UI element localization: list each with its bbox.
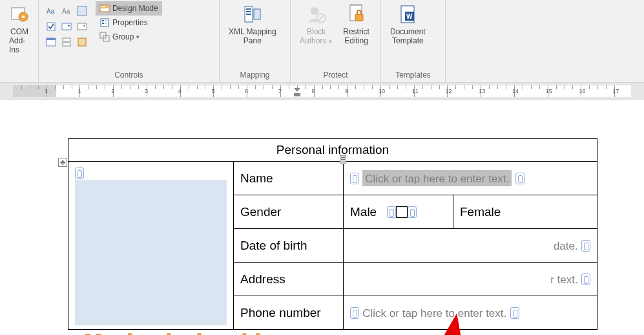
block-authors-button: Block Authors▼	[295, 1, 338, 69]
content-control-tag-end	[408, 206, 417, 218]
female-label: Female	[460, 205, 501, 219]
personal-info-table: Personal information Name Click or tap h…	[68, 138, 597, 330]
group-controls-label: Controls	[43, 69, 215, 82]
svg-text:W: W	[406, 13, 413, 20]
content-control-tag-start	[75, 168, 84, 179]
date-control-icon[interactable]	[44, 35, 58, 49]
restrict-editing-icon	[346, 4, 367, 25]
svg-marker-35	[294, 88, 300, 92]
svg-point-2	[22, 16, 25, 18]
content-control-tag-end	[581, 240, 590, 252]
gender-male-cell[interactable]: Male	[344, 195, 453, 229]
table-move-handle[interactable]: ✥	[58, 158, 67, 167]
svg-rect-26	[254, 9, 260, 19]
svg-rect-17	[102, 23, 104, 24]
svg-rect-24	[246, 11, 251, 12]
chevron-down-icon: ▼	[327, 39, 333, 45]
table-title-cell[interactable]: Personal information	[68, 139, 597, 162]
male-checkbox[interactable]	[396, 206, 408, 218]
svg-rect-31	[355, 14, 363, 21]
properties-button[interactable]: Properties	[96, 16, 162, 30]
xml-label2: Pane	[244, 36, 262, 45]
group-protect-label: Protect	[295, 69, 377, 82]
dob-field-cell[interactable]: date.	[344, 229, 597, 263]
group-button[interactable]: Group ▼	[96, 30, 162, 44]
name-field-cell[interactable]: Click or tap here to enter text.	[344, 162, 597, 195]
group-addins: COM Add-Ins	[0, 0, 39, 82]
plain-text-control-icon[interactable]: Aa	[59, 4, 74, 18]
male-label: Male	[350, 205, 377, 219]
design-mode-label: Design Mode	[112, 4, 158, 13]
svg-rect-25	[246, 14, 251, 15]
svg-rect-8	[78, 23, 87, 30]
checkbox-control-icon[interactable]	[44, 19, 58, 34]
rich-text-control-icon[interactable]: Aa	[44, 4, 58, 18]
block-label1: Block	[307, 27, 326, 36]
repeating-control-icon[interactable]	[59, 35, 74, 49]
com-addins-button[interactable]: COM Add-Ins	[4, 1, 35, 69]
image-cell[interactable]	[68, 162, 234, 330]
svg-rect-16	[102, 20, 104, 21]
svg-rect-10	[47, 38, 56, 40]
gear-addin-icon	[9, 4, 30, 25]
picture-content-control[interactable]	[75, 180, 227, 325]
horizontal-ruler[interactable]: 11234567891011121314151617	[13, 85, 631, 97]
phone-label[interactable]: Phone number	[234, 296, 344, 330]
callout-shape[interactable]: Add caption	[355, 332, 549, 335]
group-templates-label: Templates	[385, 69, 441, 82]
svg-text:Aa: Aa	[47, 8, 55, 15]
com-addins-label1: COM	[10, 27, 28, 36]
xml-mapping-icon	[242, 4, 263, 25]
group-controls: Aa Aa Design Mode Properties	[39, 0, 220, 82]
document-area: ✥ Personal information Name Click or tap…	[0, 100, 644, 330]
document-page: ✥ Personal information Name Click or tap…	[19, 138, 601, 330]
name-label[interactable]: Name	[234, 162, 344, 195]
dob-label[interactable]: Date of birth	[234, 229, 344, 263]
address-field-cell[interactable]: r text.	[344, 263, 597, 296]
svg-rect-11	[63, 38, 70, 41]
restrict-label1: Restrict	[343, 27, 369, 36]
dropdown-control-icon[interactable]	[75, 19, 89, 34]
watermark-text: Mechanicalengblog.com	[84, 329, 339, 335]
content-control-tag-start	[350, 173, 359, 184]
xml-mapping-button[interactable]: XML Mapping Pane	[223, 1, 282, 69]
group-label: Group	[112, 32, 134, 41]
svg-rect-13	[78, 38, 86, 46]
svg-rect-12	[63, 43, 70, 46]
content-control-tag-end	[515, 173, 525, 184]
address-label[interactable]: Address	[234, 263, 344, 296]
content-control-gallery: Aa Aa	[44, 4, 89, 69]
group-addins-label	[4, 69, 34, 82]
gender-label[interactable]: Gender	[234, 195, 344, 229]
content-control-tag-start	[350, 307, 359, 319]
design-mode-button[interactable]: Design Mode	[96, 1, 162, 16]
ribbon: COM Add-Ins Aa Aa Design Mode	[0, 0, 644, 83]
template-label1: Document	[390, 27, 426, 36]
ruler-area: 11234567891011121314151617	[0, 83, 644, 100]
gender-female-cell[interactable]: Female	[453, 195, 597, 229]
svg-text:Aa: Aa	[62, 8, 70, 15]
combo-control-icon[interactable]	[59, 19, 74, 34]
svg-rect-7	[62, 23, 71, 30]
column-grip-icon[interactable]	[340, 155, 346, 164]
svg-rect-19	[105, 23, 107, 24]
chevron-down-icon: ▼	[135, 34, 140, 40]
legacy-tools-icon[interactable]	[75, 35, 89, 49]
phone-placeholder[interactable]: Click or tap here to enter text.	[362, 307, 506, 319]
phone-field-cell[interactable]: Click or tap here to enter text.	[344, 296, 597, 330]
restrict-label2: Editing	[344, 36, 368, 45]
template-label2: Template	[392, 36, 424, 45]
content-control-tag-end	[510, 307, 519, 319]
content-control-tag-end	[581, 274, 590, 285]
dob-placeholder[interactable]: date.	[554, 240, 578, 252]
group-icon	[99, 32, 110, 42]
document-template-button[interactable]: W Document Template	[385, 1, 431, 69]
picture-control-icon[interactable]	[75, 4, 89, 18]
svg-line-29	[318, 15, 324, 21]
svg-rect-18	[105, 20, 107, 21]
group-templates: W Document Template Templates	[381, 0, 446, 82]
restrict-editing-button[interactable]: Restrict Editing	[338, 1, 375, 69]
address-placeholder[interactable]: r text.	[550, 274, 578, 286]
name-placeholder[interactable]: Click or tap here to enter text.	[365, 173, 509, 185]
svg-rect-5	[78, 6, 87, 16]
